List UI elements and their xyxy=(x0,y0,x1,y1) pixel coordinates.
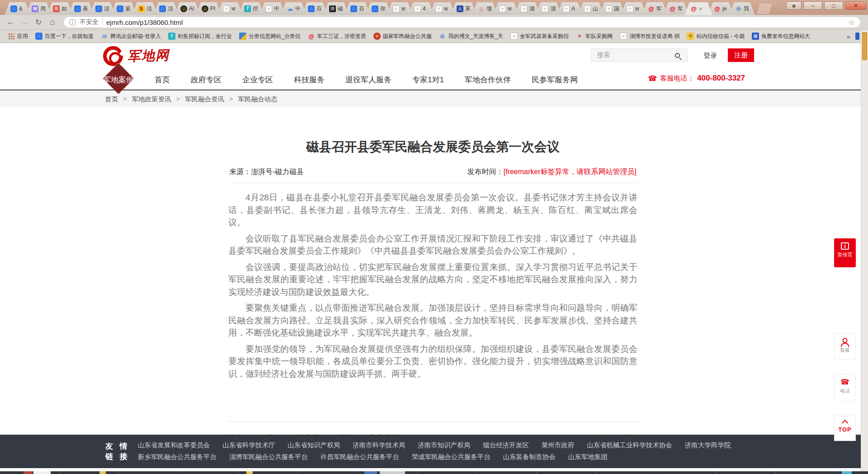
nav-item[interactable]: 退役军人服务 xyxy=(345,75,392,85)
forward-button[interactable] xyxy=(19,16,30,28)
browser-tab[interactable]: 中 xyxy=(259,2,285,15)
browser-tab[interactable]: 活 xyxy=(90,2,115,15)
maximize-button[interactable] xyxy=(824,1,843,10)
register-button[interactable]: 注册 xyxy=(728,48,754,62)
customer-service-widget[interactable]: 客服 xyxy=(834,333,856,360)
footer-link[interactable]: 新乡军民融合公共服务平台 xyxy=(138,453,217,461)
phone-widget[interactable]: 电话 xyxy=(834,374,856,400)
browser-tab[interactable]: 策 xyxy=(111,2,137,15)
footer-link[interactable]: 山东省机械工业科学技术协会 xyxy=(587,441,672,450)
tab-close-icon[interactable]: × xyxy=(699,6,703,12)
browser-tab[interactable]: 国 xyxy=(599,2,625,15)
nav-item[interactable]: 军地合作伙伴 xyxy=(465,75,511,85)
nav-item[interactable]: 军地案例 xyxy=(103,75,134,85)
breadcrumb-item[interactable]: 首页 xyxy=(105,95,118,104)
footer-link[interactable]: 烟台经济开发区 xyxy=(483,441,529,450)
browser-tab[interactable]: 美 xyxy=(68,2,94,15)
browser-tab[interactable]: w xyxy=(387,2,413,15)
address-bar[interactable]: 不安全 ejmrh.com/p1/38060.html xyxy=(63,16,861,28)
search-input[interactable]: 搜索 xyxy=(591,48,688,62)
login-link[interactable]: 登录 xyxy=(703,52,717,60)
bookmark-item[interactable]: 免费发布信息网站大 xyxy=(749,33,813,40)
footer-link[interactable]: 济南大学商学院 xyxy=(685,441,731,450)
browser-tab[interactable]: PI xyxy=(196,2,222,15)
browser-tab[interactable]: 弥 xyxy=(366,2,392,15)
bookmark-item[interactable]: 剑鱼招标订阅，全行业 xyxy=(165,33,235,40)
browser-tab[interactable]: 军 xyxy=(642,2,668,15)
breadcrumb-item[interactable]: 军民融合动态 xyxy=(224,95,277,104)
browser-tab[interactable]: w xyxy=(493,2,519,15)
bookmark-item[interactable]: 军工三证，涉密资质 xyxy=(305,33,369,40)
browser-tab[interactable]: 磁 xyxy=(323,2,349,15)
browser-tab[interactable]: 中 xyxy=(281,2,307,15)
browser-tab[interactable]: w xyxy=(621,2,646,15)
footer-link[interactable]: 淄博军民融合公共服务平台 xyxy=(229,453,308,461)
browser-tab[interactable]: AI xyxy=(175,2,200,15)
bookmark-item[interactable]: 全军武器装备采购信 xyxy=(507,33,572,40)
browser-tab[interactable]: w xyxy=(217,2,243,15)
page-scrollbar[interactable] xyxy=(861,30,868,471)
nav-item[interactable]: 科技服务 xyxy=(294,75,325,85)
bookmark-item[interactable]: 百度一下，你就知道 xyxy=(32,33,97,40)
browser-tab[interactable]: 挖 xyxy=(238,2,264,15)
profile-avatar-button[interactable] xyxy=(786,1,802,10)
browser-tab[interactable]: 淄 xyxy=(536,2,561,15)
back-to-top-widget[interactable]: TOP xyxy=(834,415,856,441)
browser-tab[interactable]: 百 xyxy=(344,2,370,15)
footer-link[interactable]: 山东省知识产权局 xyxy=(288,441,340,450)
breadcrumb-item[interactable]: 军地政策资讯 xyxy=(118,95,171,104)
footer-link[interactable]: 许昌军民融合公共服务平台 xyxy=(321,453,399,461)
site-logo[interactable]: 军地网 xyxy=(103,46,170,66)
url-text[interactable]: ejmrh.com/p1/38060.html xyxy=(106,19,183,26)
windows-taskbar-sliver[interactable] xyxy=(0,471,868,474)
nav-item[interactable]: 专家1对1 xyxy=(412,75,444,85)
footer-link[interactable]: 济南市科学技术局 xyxy=(353,441,405,450)
bookmark-item[interactable]: 分类信息网站_分类信 xyxy=(236,33,304,40)
browser-tab[interactable]: & xyxy=(5,2,30,15)
footer-link[interactable]: 山东军地集团 xyxy=(568,453,608,461)
browser-tab[interactable]: 活 xyxy=(132,2,158,15)
nav-item[interactable]: 民参军服务网 xyxy=(532,75,578,85)
nav-item[interactable]: 首页 xyxy=(155,75,170,85)
footer-link[interactable]: 莱州市政府 xyxy=(542,441,575,450)
bookmark-item[interactable]: 站内信收信箱 - 今题 xyxy=(684,33,748,40)
browser-tab[interactable]: 淄 xyxy=(514,2,540,15)
browser-tab[interactable]: × xyxy=(684,2,712,15)
browser-tab[interactable]: 活 xyxy=(153,2,179,15)
browser-tab[interactable]: A xyxy=(557,2,583,15)
browser-tab[interactable]: w xyxy=(429,2,455,15)
reload-button[interactable] xyxy=(33,16,44,28)
bookmark-item[interactable]: 淄博市投资促进局 招 xyxy=(617,33,683,40)
footer-link[interactable]: 荣成军民融合公共服务平台 xyxy=(412,453,491,461)
browser-tab[interactable]: 茉 xyxy=(451,2,476,15)
bookmark-star-icon[interactable] xyxy=(849,18,855,27)
bookmarks-overflow-icon[interactable] xyxy=(843,33,854,40)
minimize-button[interactable] xyxy=(803,1,822,10)
nav-item[interactable]: 政府专区 xyxy=(191,75,222,85)
close-window-button[interactable] xyxy=(845,1,867,10)
browser-tab[interactable]: 百 xyxy=(302,2,328,15)
bookmark-item[interactable]: 军队采购网 xyxy=(573,33,616,40)
browser-tab[interactable]: je xyxy=(708,2,734,15)
bookmark-item[interactable]: 应用 xyxy=(5,33,31,40)
browser-tab[interactable]: 用 xyxy=(26,2,52,15)
home-button[interactable] xyxy=(47,16,58,28)
browser-tab[interactable]: 军 xyxy=(663,2,689,15)
browser-tab[interactable]: 如 xyxy=(47,2,73,15)
site-info-icon[interactable] xyxy=(69,19,76,26)
bookmark-item[interactable]: 国家军民融合公共服 xyxy=(370,33,435,40)
browser-tab[interactable]: 山 xyxy=(578,2,604,15)
browser-tab[interactable]: 4 xyxy=(408,2,434,15)
footer-link[interactable]: 济南市知识产权局 xyxy=(418,441,470,450)
bookmark-item[interactable]: 我的博文_天涯博客_天 xyxy=(436,33,506,40)
footer-link[interactable]: 山东省科学技术厅 xyxy=(222,441,275,450)
breadcrumb-item[interactable]: 军民融合资讯 xyxy=(171,95,224,104)
promo-page-widget[interactable]: 宣传页 xyxy=(834,238,856,267)
bookmark-item[interactable]: 腾讯企业邮箱-登录入 xyxy=(98,33,164,40)
footer-link[interactable]: 山东省发展和改革委员会 xyxy=(138,441,210,450)
back-button[interactable] xyxy=(5,16,16,28)
search-icon[interactable] xyxy=(675,53,680,58)
footer-link[interactable]: 山东装备制造协会 xyxy=(503,453,556,461)
scrollbar-thumb[interactable] xyxy=(862,32,867,60)
new-tab-button[interactable] xyxy=(757,4,772,14)
